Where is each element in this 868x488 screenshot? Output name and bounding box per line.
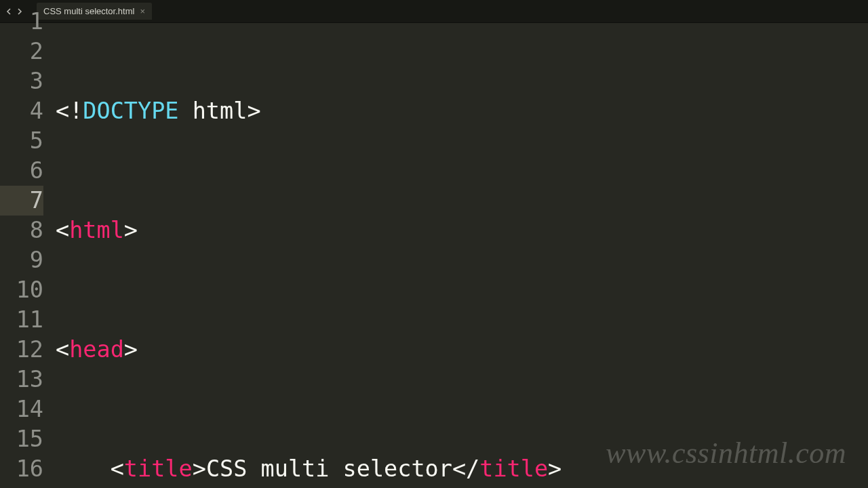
code-editor[interactable]: 1 2 3 4 5 6 7 8 9 10 11 12 13 14 15 16 <…: [0, 23, 868, 488]
code-line: <title>CSS multi selector</title>: [56, 454, 868, 484]
tab-bar: CSS multi selector.html ×: [0, 0, 868, 23]
close-icon[interactable]: ×: [140, 7, 145, 16]
line-number-gutter: 1 2 3 4 5 6 7 8 9 10 11 12 13 14 15 16: [0, 23, 53, 488]
code-line: <!DOCTYPE html>: [56, 96, 868, 126]
code-line: <html>: [56, 216, 868, 245]
tab-active[interactable]: CSS multi selector.html ×: [37, 3, 152, 20]
code-line: <head>: [56, 335, 868, 365]
tab-title: CSS multi selector.html: [43, 6, 134, 16]
code-area[interactable]: <!DOCTYPE html> <html> <head> <title>CSS…: [53, 23, 868, 488]
